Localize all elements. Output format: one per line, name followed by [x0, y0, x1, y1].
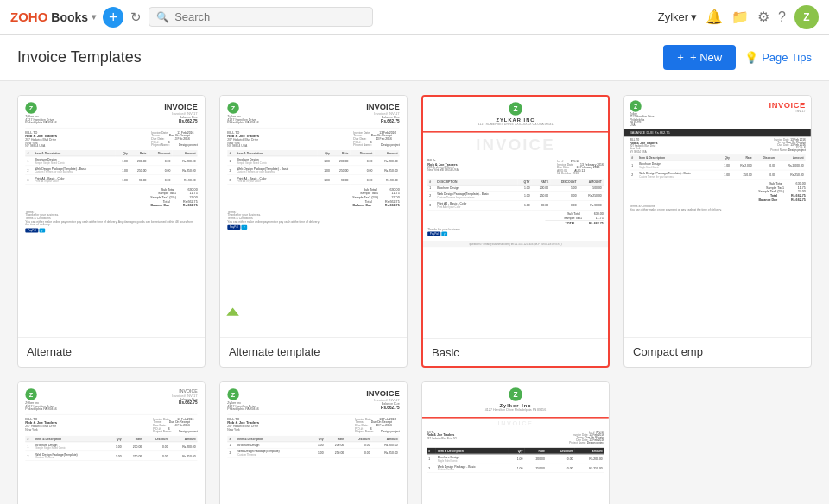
- template-label-alternate-template: Alternate template: [220, 337, 407, 365]
- template-grid: Z Zylker Inc4127 Hamilton DrivePhiladelp…: [17, 95, 812, 368]
- template-grid-row2: Z Zylker Inc4127 Hamilton DrivePhiladelp…: [17, 381, 812, 504]
- template-card-alternate[interactable]: Z Zylker Inc4127 Hamilton DrivePhiladelp…: [17, 95, 206, 368]
- avatar[interactable]: Z: [794, 5, 819, 29]
- template-card-compact-emp[interactable]: Z Zylker4127 Hamilton DrivePhiladelphiaP…: [623, 95, 812, 368]
- plus-icon: +: [677, 51, 684, 64]
- template-preview-basic-2: Z Zylker Inc 4127 Hamilton Drive Philade…: [422, 382, 609, 504]
- page-title: Invoice Templates: [17, 48, 142, 66]
- page-tips-label: Page Tips: [762, 51, 812, 64]
- user-chevron-icon: ▾: [691, 10, 697, 23]
- top-navigation: ZOHO Books ▾ + ↻ 🔍 Zylker ▾ 🔔 📁 ⚙ ? Z: [0, 0, 829, 35]
- template-preview-alternate: Z Zylker Inc4127 Hamilton DrivePhiladelp…: [18, 96, 205, 337]
- username: Zylker: [658, 10, 688, 23]
- page-tips-button[interactable]: 💡 Page Tips: [744, 51, 812, 64]
- search-input[interactable]: [174, 10, 365, 23]
- template-preview-alternate-template-2: Z Zylker Inc4127 Hamilton DrivePhiladelp…: [220, 382, 407, 504]
- header-actions: + + New 💡 Page Tips: [663, 45, 812, 70]
- chevron-down-icon[interactable]: ▾: [92, 12, 96, 22]
- help-button[interactable]: ?: [778, 9, 786, 25]
- settings-button[interactable]: ⚙: [757, 9, 769, 25]
- nav-right: Zylker ▾ 🔔 📁 ⚙ ? Z: [658, 5, 819, 29]
- add-button[interactable]: +: [103, 7, 123, 28]
- new-button[interactable]: + + New: [663, 45, 736, 70]
- files-button[interactable]: 📁: [731, 9, 749, 25]
- template-card-alternate-2[interactable]: Z Zylker Inc4127 Hamilton DrivePhiladelp…: [17, 381, 206, 504]
- template-preview-alternate-2: Z Zylker Inc4127 Hamilton DrivePhiladelp…: [18, 382, 205, 504]
- app-logo[interactable]: ZOHO Books ▾: [10, 9, 96, 24]
- notifications-button[interactable]: 🔔: [706, 9, 723, 25]
- template-card-basic[interactable]: Z ZYLKAR INC 4127 SOMERSET DRIVE XXXXXXX…: [421, 95, 610, 368]
- template-preview-alternate-template: Z Zylker Inc4127 Hamilton DrivePhiladelp…: [220, 96, 407, 337]
- user-menu[interactable]: Zylker ▾: [658, 10, 697, 23]
- search-bar[interactable]: 🔍: [149, 7, 373, 27]
- refresh-button[interactable]: ↻: [130, 9, 142, 25]
- books-text: Books: [51, 10, 88, 24]
- template-card-alternate-template[interactable]: Z Zylker Inc4127 Hamilton DrivePhiladelp…: [219, 95, 408, 368]
- template-card-basic-2[interactable]: Z Zylker Inc 4127 Hamilton Drive Philade…: [421, 381, 610, 504]
- template-preview-basic: Z ZYLKAR INC 4127 SOMERSET DRIVE XXXXXXX…: [423, 97, 608, 338]
- lightbulb-icon: 💡: [744, 51, 758, 64]
- page-header: Invoice Templates + + New 💡 Page Tips: [0, 35, 829, 81]
- zoho-text: ZOHO: [10, 9, 47, 24]
- template-label-alternate: Alternate: [18, 337, 205, 365]
- template-preview-compact-emp: Z Zylker4127 Hamilton DrivePhiladelphiaP…: [624, 96, 811, 337]
- template-label-basic: Basic: [423, 338, 608, 366]
- template-card-alternate-template-2[interactable]: Z Zylker Inc4127 Hamilton DrivePhiladelp…: [219, 381, 408, 504]
- search-icon: 🔍: [156, 11, 169, 23]
- template-grid-container: Z Zylker Inc4127 Hamilton DrivePhiladelp…: [0, 81, 829, 504]
- new-label: + New: [690, 51, 722, 64]
- template-label-compact-emp: Compact emp: [624, 337, 811, 365]
